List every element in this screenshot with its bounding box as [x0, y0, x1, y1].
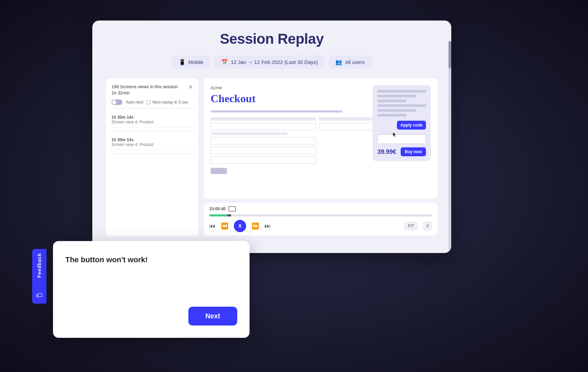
form-field-1 — [211, 117, 316, 121]
stripe-bar — [211, 168, 227, 174]
sidebar-line-1 — [377, 90, 426, 93]
auto-next-toggle[interactable] — [111, 99, 122, 105]
session-item-2-time: 1h 30m 14s — [111, 137, 193, 142]
form-field-5 — [211, 132, 288, 135]
session-item-1-time: 1h 30m 14s — [111, 115, 193, 120]
price-row: 39.99€ Buy now — [377, 147, 426, 156]
fit-button[interactable]: FIT — [404, 222, 418, 230]
session-duration: 1h 32min — [111, 90, 178, 96]
checkout-sidebar: Apply code 39.99€ Buy now — [373, 85, 431, 161]
sidebar-line-4 — [377, 104, 426, 107]
next-replay-label: Next replay in 3 sec — [152, 100, 188, 105]
divider-2 — [111, 131, 193, 131]
page-title: Session Replay — [106, 31, 438, 47]
calendar-icon: 📅 — [221, 59, 228, 65]
price-display: 39.99€ — [377, 148, 396, 156]
sidebar-line-3 — [377, 99, 406, 102]
skip-back-start-button[interactable]: ⏮ — [209, 223, 215, 230]
divider-1 — [111, 108, 193, 109]
progress-bar[interactable] — [209, 214, 432, 216]
scrollbar-thumb — [449, 41, 451, 68]
skip-end-button[interactable]: ⏭ — [265, 223, 271, 230]
coupon-input[interactable] — [377, 134, 426, 144]
checkout-progress-fill — [211, 110, 343, 112]
users-icon: 👥 — [335, 59, 342, 65]
next-replay-checkbox[interactable]: Next replay in 3 sec — [147, 100, 188, 105]
sidebar-line-2 — [377, 95, 416, 97]
feedback-tab[interactable]: Feedback 🏷 — [32, 249, 46, 304]
apply-code-button[interactable]: Apply code — [397, 121, 426, 130]
toggle-knob — [112, 100, 116, 104]
form-field-8 — [211, 156, 316, 164]
progress-fill — [209, 214, 227, 216]
feedback-content: The button won't work! — [53, 241, 250, 301]
time-display: 15:05:40 — [209, 206, 432, 212]
filter-bar: 📱 Mobile 📅 12 Jan → 12 Feb 2022 (Last 30… — [106, 55, 438, 69]
session-item-2[interactable]: 1h 30m 14s Screen view 4: Product — [111, 135, 193, 150]
skip-silence-button[interactable]: // — [423, 222, 432, 230]
play-pause-button[interactable]: ⏸ — [234, 220, 246, 232]
device-filter-button[interactable]: 📱 Mobile — [172, 55, 210, 69]
screen-icon — [228, 206, 236, 212]
sidebar-line-5 — [377, 109, 416, 112]
feedback-message: The button won't work! — [65, 255, 237, 289]
checkbox-icon — [147, 100, 151, 104]
scrollbar[interactable] — [449, 41, 451, 253]
auto-next-label: Auto-next — [126, 100, 143, 105]
date-filter-label: 12 Jan → 12 Feb 2022 (Last 30 Days) — [231, 59, 318, 65]
sidebar-line-6 — [377, 114, 406, 117]
rewind-button[interactable]: ⏪ — [221, 222, 228, 230]
feedback-modal: The button won't work! Next — [53, 241, 250, 338]
session-info: 198 Screens views in this session 1h 32m… — [111, 84, 178, 96]
form-field-7 — [211, 147, 316, 154]
main-dashboard-card: Session Replay 📱 Mobile 📅 12 Jan → 12 Fe… — [92, 21, 451, 253]
feedback-tab-label: Feedback — [37, 253, 42, 278]
session-item-1[interactable]: 1h 30m 14s Screen view 4: Product — [111, 112, 193, 128]
feedback-footer: Next — [53, 301, 250, 338]
session-panel: 198 Screens views in this session 1h 32m… — [106, 78, 198, 236]
replay-panel: Acme Checkout — [204, 78, 438, 236]
current-time: 15:05:40 — [209, 207, 226, 211]
divider-3 — [111, 154, 193, 154]
form-field-6 — [211, 137, 316, 145]
device-icon: 📱 — [179, 59, 186, 65]
checkout-viewer: Acme Checkout — [204, 78, 438, 199]
session-count: 198 Screens views in this session — [111, 84, 178, 90]
date-filter-button[interactable]: 📅 12 Jan → 12 Feb 2022 (Last 30 Days) — [214, 55, 324, 69]
feedback-icon: 🏷 — [36, 292, 43, 300]
users-filter-label: All users — [345, 59, 365, 65]
next-button[interactable]: Next — [188, 307, 237, 326]
session-item-1-desc: Screen view 4: Product — [111, 120, 193, 124]
users-filter-button[interactable]: 👥 All users — [329, 55, 372, 69]
progress-thumb — [227, 214, 231, 216]
fast-forward-button[interactable]: ⏩ — [252, 222, 259, 230]
sidebar-lines — [377, 90, 426, 117]
device-filter-label: Mobile — [188, 59, 203, 65]
session-item-2-desc: Screen view 4: Product — [111, 142, 193, 147]
content-area: 198 Screens views in this session 1h 32m… — [106, 78, 438, 236]
session-controls: Auto-next Next replay in 3 sec — [111, 99, 193, 105]
session-header: 198 Screens views in this session 1h 32m… — [111, 84, 193, 96]
form-field-3 — [211, 123, 316, 130]
player-controls: 15:05:40 ⏮ ⏪ ⏸ ⏩ ⏭ FIT // — [204, 203, 438, 236]
controls-row: ⏮ ⏪ ⏸ ⏩ ⏭ FIT // — [209, 220, 432, 232]
session-close-button[interactable]: ✕ — [188, 84, 193, 90]
buy-now-button[interactable]: Buy now — [401, 147, 426, 156]
